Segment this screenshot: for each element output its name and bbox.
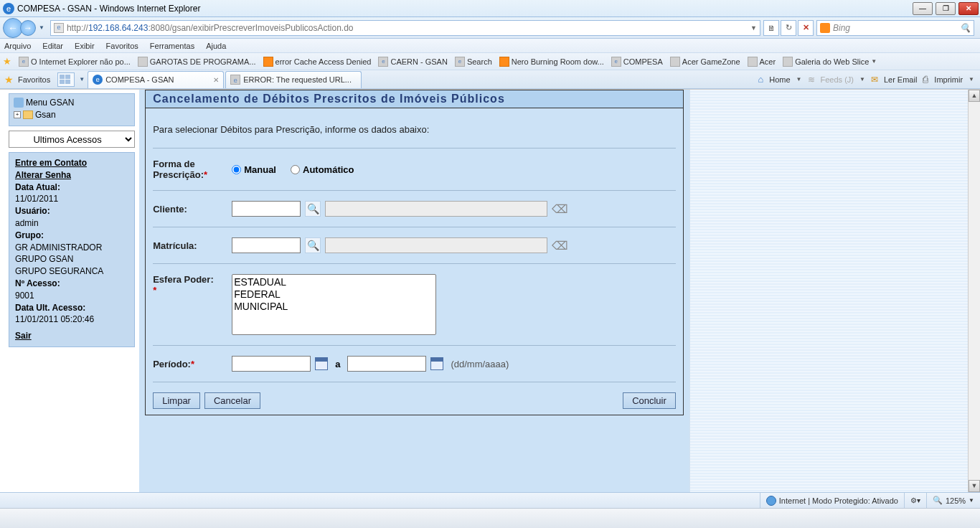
home-icon[interactable]: ⌂: [758, 74, 763, 85]
bookmark-item[interactable]: GAROTAS DE PROGRAMA...: [138, 57, 256, 67]
menu-ajuda[interactable]: Ajuda: [206, 42, 226, 50]
tree-item-gsan[interactable]: +Gsan: [14, 110, 130, 120]
cancelar-button[interactable]: Cancelar: [204, 392, 260, 409]
forma-label-text: Forma de Prescrição:: [153, 159, 204, 180]
bookmark-item[interactable]: eO Internet Explorer não po...: [19, 57, 131, 67]
read-mail-label[interactable]: Ler Email: [884, 75, 917, 84]
favicon-icon: e: [611, 57, 621, 67]
scroll-track[interactable]: [969, 102, 980, 480]
minimize-button[interactable]: —: [913, 2, 933, 15]
periodo-end-input[interactable]: [347, 356, 426, 372]
print-label[interactable]: Imprimir: [934, 75, 963, 84]
divider: [153, 148, 676, 148]
compat-view-button[interactable]: 🗎: [763, 20, 779, 36]
bookmark-item[interactable]: Acer GameZone: [670, 57, 740, 67]
status-bar: Internet | Modo Protegido: Ativado ⚙▾ 🔍 …: [0, 492, 980, 508]
divider: [153, 190, 676, 191]
bookmark-item[interactable]: Galeria do Web Slice▼: [783, 57, 877, 67]
close-button[interactable]: ✕: [958, 2, 979, 15]
vertical-scrollbar[interactable]: ▲ ▼: [968, 90, 980, 492]
favicon-icon: [783, 57, 793, 67]
menu-arquivo[interactable]: Arquivo: [4, 42, 31, 50]
quick-tabs-button[interactable]: [57, 72, 75, 87]
bookmark-label: COMPESA: [623, 57, 663, 66]
limpar-button[interactable]: Limpar: [153, 392, 200, 409]
tab-compesa[interactable]: e COMPESA - GSAN ✕: [88, 71, 224, 88]
change-password-link[interactable]: Alterar Senha: [15, 169, 128, 182]
contact-link[interactable]: Entre em Contato: [15, 157, 128, 169]
matricula-label: Matrícula:: [153, 240, 232, 251]
menu-exibir[interactable]: Exibir: [75, 42, 95, 50]
chevron-down-icon[interactable]: ▼: [859, 76, 865, 82]
zone-text: Internet | Modo Protegido: Ativado: [779, 496, 898, 505]
home-label[interactable]: Home: [769, 75, 790, 84]
cliente-code-input[interactable]: [232, 201, 301, 217]
menu-editar[interactable]: Editar: [42, 42, 63, 50]
maximize-button[interactable]: ❐: [936, 2, 956, 15]
cliente-search-icon[interactable]: [305, 201, 321, 217]
zoom-control[interactable]: 🔍 125% ▼: [926, 493, 980, 508]
printer-icon[interactable]: ⎙: [923, 74, 928, 85]
tabs-dropdown[interactable]: ▼: [79, 76, 85, 82]
favorites-label[interactable]: Favoritos: [18, 75, 50, 84]
menu-favoritos[interactable]: Favoritos: [106, 42, 138, 50]
radio-automatico-input[interactable]: [291, 165, 300, 174]
bookmark-item[interactable]: eCAERN - GSAN: [378, 57, 447, 67]
last-access-select[interactable]: Ultimos Acessos: [9, 131, 135, 148]
mail-icon[interactable]: ✉: [871, 75, 878, 85]
bookmark-item[interactable]: eCOMPESA: [611, 57, 663, 67]
command-bar: ⌂Home▼ ≋Feeds (J)▼ ✉Ler Email ⎙Imprimir▼: [758, 74, 980, 85]
tab-close-icon[interactable]: ✕: [213, 76, 219, 84]
bookmark-item[interactable]: error Cache Access Denied: [263, 57, 372, 67]
scroll-down-icon[interactable]: ▼: [969, 480, 980, 492]
bookmark-item[interactable]: Acer: [748, 57, 776, 67]
calendar-icon[interactable]: [430, 357, 443, 370]
radio-manual[interactable]: Manual: [232, 164, 276, 175]
chevron-down-icon[interactable]: ▼: [969, 497, 974, 504]
url-dropdown-icon[interactable]: ▼: [750, 24, 757, 32]
tabs-bar: ★ Favoritos ▼ e COMPESA - GSAN ✕ e ERROR…: [0, 70, 980, 89]
chevron-down-icon[interactable]: ▼: [969, 76, 974, 82]
group-value-2: GRUPO GSAN: [15, 253, 128, 265]
esfera-label: Esfera Poder:*: [153, 274, 232, 296]
favorites-star-icon[interactable]: ★: [4, 74, 14, 85]
esfera-poder-select[interactable]: ESTADUAL FEDERAL MUNICIPAL: [232, 274, 436, 335]
matricula-clear-icon[interactable]: [552, 237, 567, 253]
expand-icon[interactable]: +: [14, 111, 21, 118]
matricula-code-input[interactable]: [232, 237, 301, 253]
panel-instruction: Para selecionar Débitos para Prescrição,…: [153, 114, 676, 145]
scroll-up-icon[interactable]: ▲: [969, 90, 980, 102]
bookmark-item[interactable]: Nero Burning Room dow...: [499, 57, 604, 67]
logout-link[interactable]: Sair: [15, 330, 128, 342]
add-favorite-icon[interactable]: ★: [3, 56, 11, 67]
panel-title: Cancelamento de Débitos Prescritos de Im…: [145, 90, 684, 108]
concluir-button[interactable]: Concluir: [623, 392, 676, 409]
protected-mode-toggle[interactable]: ⚙▾: [904, 493, 926, 508]
search-box[interactable]: Bing 🔍: [816, 20, 974, 36]
radio-automatico[interactable]: Automático: [291, 164, 354, 175]
stop-button[interactable]: ✕: [798, 20, 814, 36]
group-value-3: GRUPO SEGURANCA: [15, 265, 128, 278]
cliente-clear-icon[interactable]: [552, 201, 567, 217]
address-bar[interactable]: e http://192.168.64.243:8080/gsan/exibir…: [50, 20, 760, 36]
tab-error[interactable]: e ERROR: The requested URL...: [225, 71, 362, 88]
tree-item-menu-gsan[interactable]: Menu GSAN: [14, 98, 130, 108]
history-dropdown[interactable]: ▼: [39, 24, 44, 31]
button-row: Limpar Cancelar Concluir: [153, 385, 676, 409]
bookmark-item[interactable]: eSearch: [455, 57, 492, 67]
radio-manual-input[interactable]: [232, 165, 241, 174]
periodo-label-text: Período:: [153, 359, 191, 369]
zoom-icon: 🔍: [933, 496, 943, 505]
calendar-icon[interactable]: [315, 357, 328, 370]
forward-button[interactable]: →: [20, 20, 36, 36]
chevron-down-icon[interactable]: ▼: [796, 76, 802, 82]
periodo-start-input[interactable]: [232, 356, 311, 372]
bookmark-label: Nero Burning Room dow...: [512, 57, 604, 66]
favicon-icon: [499, 57, 509, 67]
date-value: 11/01/2011: [15, 193, 128, 205]
refresh-button[interactable]: ↻: [781, 20, 796, 36]
search-icon[interactable]: 🔍: [960, 23, 971, 33]
matricula-search-icon[interactable]: [305, 237, 321, 253]
menu-ferramentas[interactable]: Ferramentas: [150, 42, 194, 50]
security-zone[interactable]: Internet | Modo Protegido: Ativado: [760, 493, 904, 508]
